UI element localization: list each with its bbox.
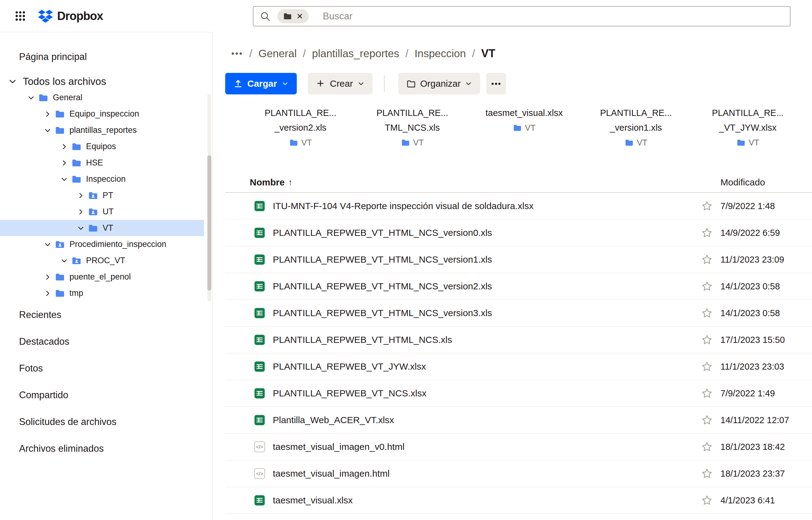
sidebar-item-recientes[interactable]: Recientes	[0, 301, 212, 328]
dropbox-logo[interactable]: Dropbox	[38, 9, 103, 23]
create-button[interactable]: Crear	[308, 73, 373, 95]
tree-item-ut[interactable]: UT	[0, 204, 204, 220]
chevron-down-icon[interactable]	[60, 257, 68, 265]
tree-item-general[interactable]: General	[0, 94, 204, 106]
chevron-down-icon[interactable]	[8, 77, 17, 86]
tree-item-hse[interactable]: HSE	[0, 155, 204, 171]
file-name[interactable]: PLANTILLA_REPWEB_VT_JYW.xlsx	[273, 361, 701, 372]
breadcrumb-ellipsis-button[interactable]: •••	[231, 49, 243, 58]
excel-file-icon	[253, 226, 266, 239]
star-icon[interactable]	[701, 467, 713, 480]
sidebar-item-fotos[interactable]: Fotos	[0, 355, 212, 382]
breadcrumb-item-inspeccion[interactable]: Inspeccion	[415, 47, 466, 60]
chevron-right-icon[interactable]	[77, 191, 85, 200]
sidebar-item-todos-los-archivos[interactable]: Todos los archivos	[0, 69, 212, 94]
upload-button[interactable]: Cargar	[225, 73, 297, 95]
column-name-label: Nombre	[250, 177, 284, 188]
suggested-file-card[interactable]: taesmet_visual.xlsx VT	[468, 105, 580, 150]
file-name[interactable]: PLANTILLA_REPWEB_VT_HTML_NCS_version2.xl…	[273, 281, 701, 291]
file-name[interactable]: ITU-MNT-F-104 V4-Reporte inspección visu…	[273, 201, 701, 211]
chevron-right-icon[interactable]	[60, 143, 68, 151]
file-name[interactable]: taesmet_visual_imagen.html	[273, 468, 701, 479]
star-icon[interactable]	[701, 227, 713, 239]
file-row[interactable]: Plantilla_Web_ACER_VT.xlsx 14/11/2022 12…	[225, 407, 812, 434]
chevron-down-icon[interactable]	[44, 240, 52, 249]
suggested-file-card[interactable]: PLANTILLA_RE... _VT_JYW.xlsx VT	[692, 105, 804, 150]
suggested-file-card[interactable]: PLANTILLA_RE... TML_NCS.xls VT	[356, 105, 468, 150]
file-name[interactable]: Plantilla_Web_ACER_VT.xlsx	[273, 415, 701, 425]
file-name[interactable]: PLANTILLA_REPWEB_VT_NCS.xlsx	[273, 388, 701, 398]
close-icon[interactable]: ✕	[297, 12, 303, 20]
organize-button[interactable]: Organizar	[398, 73, 480, 95]
tree-item-label: Procedimiento_inspeccion	[69, 239, 166, 249]
search-filter-chip[interactable]: ✕	[277, 9, 309, 23]
star-icon[interactable]	[701, 253, 713, 266]
file-row[interactable]: taesmet_visual_imagen_v0.html 18/1/2023 …	[225, 434, 812, 460]
star-icon[interactable]	[701, 414, 713, 426]
chevron-right-icon[interactable]	[77, 208, 85, 216]
file-name[interactable]: PLANTILLA_REPWEB_VT_HTML_NCS_version1.xl…	[273, 254, 701, 265]
file-row[interactable]: ITU-MNT-F-104 V4-Reporte inspección visu…	[225, 193, 812, 219]
file-row[interactable]: PLANTILLA_REPWEB_VT_JYW.xlsx 11/1/2023 2…	[225, 353, 812, 380]
sidebar-item-solicitudes-de-archivos[interactable]: Solicitudes de archivos	[0, 408, 212, 435]
file-row[interactable]: PLANTILLA_REPWEB_VT_HTML_NCS_version1.xl…	[225, 246, 812, 273]
sidebar-item-compartido[interactable]: Compartido	[0, 382, 212, 408]
tree-item-pt[interactable]: PT	[0, 187, 204, 204]
tree-item-equipos[interactable]: Equipos	[0, 138, 204, 155]
chevron-down-icon[interactable]	[44, 126, 52, 134]
column-header-name[interactable]: Nombre ↑	[250, 177, 292, 188]
file-row-clipped[interactable]	[225, 514, 812, 520]
sidebar-item-destacados[interactable]: Destacados	[0, 328, 212, 355]
chevron-down-icon[interactable]	[60, 175, 68, 183]
chevron-right-icon[interactable]	[44, 273, 52, 281]
scrollbar-thumb[interactable]	[207, 155, 212, 291]
search-bar[interactable]: ✕	[253, 6, 790, 26]
apps-grid-icon[interactable]	[13, 8, 28, 23]
chevron-right-icon[interactable]	[44, 110, 52, 118]
file-row[interactable]: PLANTILLA_REPWEB_VT_HTML_NCS_version0.xl…	[225, 219, 812, 246]
file-row[interactable]: PLANTILLA_REPWEB_VT_HTML_NCS.xls 17/1/20…	[225, 327, 812, 353]
file-name[interactable]: PLANTILLA_REPWEB_VT_HTML_NCS_version3.xl…	[273, 308, 701, 318]
file-name[interactable]: taesmet_visual.xlsx	[273, 495, 701, 505]
search-input[interactable]	[322, 10, 784, 22]
tree-item-equipo-inspeccion[interactable]: Equipo_inspeccion	[0, 106, 204, 122]
column-header-modified[interactable]: Modificado	[721, 177, 812, 188]
star-icon[interactable]	[701, 200, 713, 212]
tree-item-vt[interactable]: VT	[0, 220, 204, 236]
chevron-right-icon[interactable]	[44, 289, 52, 297]
file-row[interactable]: taesmet_visual_imagen.html 18/1/2023 23:…	[225, 460, 812, 487]
tree-item-plantillas-reportes[interactable]: plantillas_reportes	[0, 122, 204, 138]
chevron-right-icon[interactable]	[60, 159, 68, 167]
tree-item-proc-vt[interactable]: PROC_VT	[0, 253, 204, 269]
sidebar-item-pagina-principal[interactable]: Página principal	[0, 45, 212, 69]
file-row[interactable]: PLANTILLA_REPWEB_VT_HTML_NCS_version3.xl…	[225, 300, 812, 327]
tree-item-procedimiento-inspeccion[interactable]: Procedimiento_inspeccion	[0, 236, 204, 253]
sidebar-item-label: Archivos eliminados	[19, 443, 104, 454]
breadcrumb-item-general[interactable]: General	[258, 47, 297, 60]
chevron-down-icon[interactable]	[27, 94, 35, 102]
star-icon[interactable]	[701, 387, 713, 399]
star-icon[interactable]	[701, 334, 713, 346]
sidebar-item-archivos-eliminados[interactable]: Archivos eliminados	[0, 435, 212, 462]
file-name[interactable]: PLANTILLA_REPWEB_VT_HTML_NCS_version0.xl…	[273, 228, 701, 238]
file-name[interactable]: PLANTILLA_REPWEB_VT_HTML_NCS.xls	[273, 335, 701, 345]
suggested-file-card[interactable]: PLANTILLA_RE... _version1.xls VT	[580, 105, 692, 150]
breadcrumb-item-plantillas-reportes[interactable]: plantillas_reportes	[312, 47, 399, 60]
suggested-file-card[interactable]: PLANTILLA_RE... _version2.xls VT	[245, 105, 356, 150]
file-name[interactable]: taesmet_visual_imagen_v0.html	[273, 442, 701, 452]
sidebar-item-label: Solicitudes de archivos	[19, 416, 116, 427]
star-icon[interactable]	[701, 494, 713, 506]
file-row[interactable]: taesmet_visual.xlsx 4/1/2023 6:41	[225, 487, 812, 514]
star-icon[interactable]	[701, 441, 713, 453]
star-icon[interactable]	[701, 307, 713, 319]
chevron-down-icon[interactable]	[77, 224, 85, 232]
file-modified-date: 14/11/2022 12:07	[721, 415, 812, 425]
tree-item-puente-el-penol[interactable]: puente_el_penol	[0, 269, 204, 285]
tree-item-inspeccion[interactable]: Inspeccion	[0, 171, 204, 187]
star-icon[interactable]	[701, 360, 713, 373]
file-row[interactable]: PLANTILLA_REPWEB_VT_NCS.xlsx 7/9/2022 1:…	[225, 380, 812, 407]
more-actions-button[interactable]: •••	[486, 73, 506, 95]
tree-item-tmp[interactable]: tmp	[0, 285, 204, 301]
file-row[interactable]: PLANTILLA_REPWEB_VT_HTML_NCS_version2.xl…	[225, 273, 812, 300]
star-icon[interactable]	[701, 280, 713, 292]
